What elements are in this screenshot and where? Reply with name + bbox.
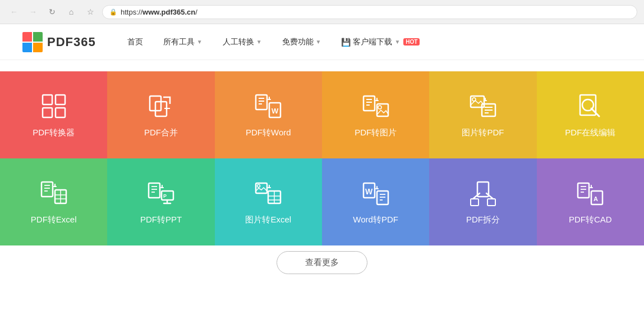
- hot-badge: HOT: [403, 38, 420, 46]
- tool-pdf2word[interactable]: W PDF转Word: [215, 71, 322, 158]
- tool-pdf-split[interactable]: PDF拆分: [429, 158, 536, 245]
- address-bar[interactable]: 🔒 https://www.pdf365.cn/: [102, 5, 637, 19]
- pdf2word-icon: W: [254, 92, 283, 121]
- tool-pdf2cad[interactable]: A PDF转CAD: [537, 158, 644, 245]
- pdf2cad-icon: A: [576, 179, 605, 208]
- bookmark-button[interactable]: ☆: [83, 4, 98, 19]
- tool-grid-section: PDF转换器 PDF合并: [0, 60, 644, 308]
- tool-label: PDF转PPT: [140, 215, 182, 225]
- caret-icon: ▼: [394, 39, 400, 45]
- svg-rect-37: [471, 199, 479, 206]
- split-icon: [468, 179, 498, 208]
- home-button[interactable]: ⌂: [64, 4, 79, 19]
- nav-item-tools[interactable]: 所有工具 ▼: [154, 24, 211, 60]
- svg-point-11: [378, 106, 381, 109]
- word2pdf-icon: W: [361, 179, 390, 208]
- svg-text:W: W: [272, 107, 279, 115]
- svg-rect-35: [377, 191, 388, 204]
- nav-item-human[interactable]: 人工转换 ▼: [214, 24, 271, 60]
- tool-pdf-merge[interactable]: PDF合并: [107, 71, 214, 158]
- site-header: PDF365 首页 所有工具 ▼ 人工转换 ▼ 免费功能 ▼ 💾 客户端下载 ▼: [0, 24, 644, 60]
- nav-item-free[interactable]: 免费功能 ▼: [273, 24, 330, 60]
- download-icon: 💾: [341, 38, 351, 47]
- reload-button[interactable]: ↻: [45, 4, 59, 19]
- caret-icon: ▼: [197, 39, 203, 45]
- svg-rect-22: [149, 183, 160, 198]
- tool-label: PDF转图片: [355, 128, 397, 138]
- pdf2ppt-icon: P: [146, 179, 176, 208]
- svg-rect-3: [56, 108, 65, 117]
- svg-rect-6: [256, 95, 267, 110]
- tool-label: PDF合并: [144, 128, 178, 138]
- edit-icon: [576, 92, 605, 121]
- svg-rect-39: [578, 183, 589, 198]
- url-text: https://www.pdf365.cn/: [121, 8, 197, 16]
- merge-icon: [146, 92, 176, 121]
- nav-item-home[interactable]: 首页: [118, 24, 152, 60]
- site-nav: 首页 所有工具 ▼ 人工转换 ▼ 免费功能 ▼ 💾 客户端下载 ▼ HOT: [118, 24, 429, 60]
- pdf2img-icon: [361, 92, 390, 121]
- tool-pdf2ppt[interactable]: P PDF转PPT: [107, 158, 214, 245]
- caret-icon: ▼: [256, 39, 262, 45]
- more-button-wrap: 查看更多: [0, 245, 644, 291]
- tool-label: PDF转CAD: [569, 215, 612, 225]
- svg-rect-2: [43, 108, 52, 117]
- page-content: PDF365 首页 所有工具 ▼ 人工转换 ▼ 免费功能 ▼ 💾 客户端下载 ▼: [0, 24, 644, 308]
- caret-icon: ▼: [316, 39, 321, 45]
- lock-icon: 🔒: [109, 8, 117, 16]
- tool-label: PDF转Word: [246, 128, 291, 138]
- svg-rect-1: [56, 95, 65, 104]
- browser-toolbar: ← → ↻ ⌂ ☆ 🔒 https://www.pdf365.cn/: [0, 0, 644, 24]
- tool-label: PDF在线编辑: [565, 128, 615, 138]
- logo-icon: [22, 32, 43, 52]
- forward-button[interactable]: →: [26, 4, 40, 19]
- tool-pdf2img[interactable]: PDF转图片: [322, 71, 429, 158]
- tool-label: PDF转Excel: [31, 215, 77, 225]
- tool-pdf-edit[interactable]: PDF在线编辑: [537, 71, 644, 158]
- tool-img2excel[interactable]: 图片转Excel: [215, 158, 322, 245]
- tool-pdf-converter[interactable]: PDF转换器: [0, 71, 107, 158]
- svg-rect-17: [42, 182, 53, 197]
- img2pdf-icon: [468, 92, 498, 121]
- nav-item-download[interactable]: 💾 客户端下载 ▼ HOT: [332, 24, 429, 60]
- svg-text:W: W: [365, 187, 373, 196]
- svg-text:P: P: [163, 193, 167, 199]
- more-button[interactable]: 查看更多: [277, 251, 367, 274]
- tool-word2pdf[interactable]: W Word转PDF: [322, 158, 429, 245]
- tool-label: PDF拆分: [466, 215, 500, 225]
- browser-chrome: ← → ↻ ⌂ ☆ 🔒 https://www.pdf365.cn/: [0, 0, 644, 24]
- converter-icon: [39, 92, 68, 121]
- tool-pdf2excel[interactable]: PDF转Excel: [0, 158, 107, 245]
- img2excel-icon: [254, 179, 283, 208]
- svg-rect-9: [364, 96, 375, 111]
- tool-grid: PDF转换器 PDF合并: [0, 71, 644, 245]
- logo-text: PDF365: [47, 35, 96, 49]
- tool-img2pdf[interactable]: 图片转PDF: [429, 71, 536, 158]
- svg-rect-38: [487, 199, 495, 206]
- tool-label: Word转PDF: [353, 215, 398, 225]
- tool-label: 图片转PDF: [462, 128, 504, 138]
- logo[interactable]: PDF365: [22, 32, 96, 52]
- back-button[interactable]: ←: [7, 4, 21, 19]
- tool-label: 图片转Excel: [245, 215, 291, 225]
- tool-label: PDF转换器: [33, 128, 75, 138]
- svg-text:A: A: [594, 195, 598, 202]
- pdf2excel-icon: [39, 179, 68, 208]
- svg-rect-0: [43, 95, 52, 104]
- svg-point-28: [257, 185, 260, 188]
